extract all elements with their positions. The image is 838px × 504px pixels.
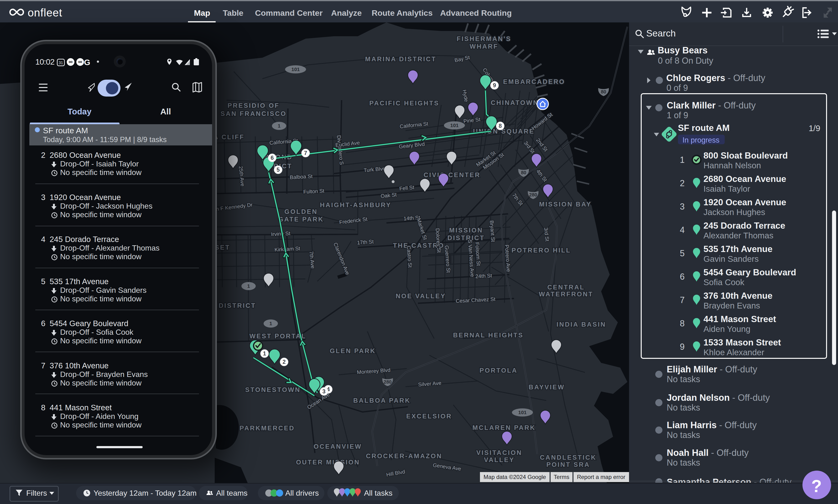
- svg-text:WEST PORTAL: WEST PORTAL: [249, 332, 306, 340]
- svg-text:1: 1: [278, 123, 281, 128]
- svg-text:INDIA BASIN: INDIA BASIN: [557, 321, 606, 328]
- svg-text:2: 2: [282, 359, 285, 365]
- svg-text:POTRERO HILL: POTRERO HILL: [512, 247, 571, 254]
- svg-text:7: 7: [304, 150, 307, 156]
- svg-text:Terms: Terms: [554, 474, 569, 480]
- svg-text:GATE PARK: GATE PARK: [278, 216, 324, 223]
- svg-text:MISSION BAY: MISSION BAY: [539, 201, 592, 208]
- svg-text:DISTRICT: DISTRICT: [448, 234, 485, 241]
- svg-text:80: 80: [521, 170, 526, 175]
- svg-text:3: 3: [322, 388, 325, 395]
- svg-text:17th St: 17th St: [357, 239, 374, 246]
- svg-text:VALLEY: VALLEY: [484, 456, 515, 464]
- svg-text:24th St: 24th St: [475, 272, 492, 280]
- svg-text:80: 80: [601, 89, 606, 94]
- svg-text:280: 280: [384, 379, 391, 384]
- svg-text:WHARF: WHARF: [470, 43, 498, 50]
- svg-text:280: 280: [529, 192, 537, 197]
- svg-text:8: 8: [499, 123, 502, 129]
- svg-text:SAN FRANCISCO: SAN FRANCISCO: [221, 110, 286, 117]
- svg-text:Balboa St: Balboa St: [290, 173, 313, 180]
- svg-text:CIVIC CENTER: CIVIC CENTER: [424, 172, 481, 179]
- svg-text:HAIGHT-ASHBURY: HAIGHT-ASHBURY: [320, 201, 391, 209]
- svg-text:VISITACION: VISITACION: [476, 449, 522, 456]
- svg-text:PRESIDIO OF: PRESIDIO OF: [228, 102, 280, 109]
- svg-text:A CLIFF: A CLIFF: [213, 133, 245, 141]
- svg-text:BERNAL HEIGHTS: BERNAL HEIGHTS: [453, 331, 524, 339]
- svg-text:5: 5: [277, 166, 280, 173]
- svg-text:POINT SRA: POINT SRA: [546, 461, 590, 468]
- svg-text:6: 6: [270, 155, 274, 161]
- svg-text:BAYVIEW: BAYVIEW: [529, 383, 565, 391]
- svg-text:PACIFIC HEIGHTS: PACIFIC HEIGHTS: [369, 100, 439, 107]
- svg-text:101: 101: [291, 67, 300, 72]
- svg-text:9: 9: [493, 82, 496, 88]
- svg-text:EXCELSIOR: EXCELSIOR: [406, 413, 452, 420]
- svg-text:31: 31: [59, 61, 63, 65]
- svg-text:Map data ©2024 Google: Map data ©2024 Google: [484, 474, 546, 480]
- svg-text:MARINA DISTRICT: MARINA DISTRICT: [365, 56, 437, 63]
- svg-text:STONESTOWN: STONESTOWN: [245, 386, 301, 393]
- svg-text:EMBARCADERO: EMBARCADERO: [503, 78, 565, 85]
- svg-text:NOE VALLEY: NOE VALLEY: [396, 292, 446, 300]
- svg-text:Irving St: Irving St: [271, 230, 291, 237]
- svg-text:Report a map error: Report a map error: [577, 474, 626, 480]
- svg-text:GOLDEN: GOLDEN: [284, 208, 318, 215]
- svg-text:PARKMERCED: PARKMERCED: [240, 425, 295, 432]
- svg-text:WATERFRONT: WATERFRONT: [539, 291, 593, 298]
- svg-text:OCEANVIEW: OCEANVIEW: [314, 443, 362, 450]
- svg-text:MCLAREN PARK: MCLAREN PARK: [473, 424, 536, 431]
- svg-text:1: 1: [269, 321, 272, 326]
- svg-text:BALBOA PARK: BALBOA PARK: [353, 397, 411, 404]
- svg-text:Fulton St: Fulton St: [303, 188, 325, 195]
- svg-text:GLEN PARK: GLEN PARK: [330, 347, 376, 355]
- svg-text:101: 101: [450, 123, 458, 128]
- svg-text:CANDLESTICK: CANDLESTICK: [540, 454, 597, 461]
- svg-text:CHINATOWN: CHINATOWN: [491, 99, 539, 106]
- svg-text:MISSION: MISSION: [449, 227, 483, 234]
- svg-text:1: 1: [247, 283, 250, 289]
- svg-text:∞: ∞: [78, 58, 82, 65]
- svg-text:PORTOLA: PORTOLA: [479, 367, 518, 374]
- svg-text:CENTRAL: CENTRAL: [547, 284, 585, 291]
- svg-text:FISHERMAN'S: FISHERMAN'S: [457, 35, 511, 42]
- svg-text:1: 1: [263, 350, 266, 357]
- svg-text:101: 101: [518, 410, 526, 415]
- svg-text:∞: ∞: [68, 58, 72, 65]
- svg-text:OUTER MISSION: OUTER MISSION: [296, 459, 360, 466]
- svg-text:CROCKER-AMAZON: CROCKER-AMAZON: [366, 452, 442, 460]
